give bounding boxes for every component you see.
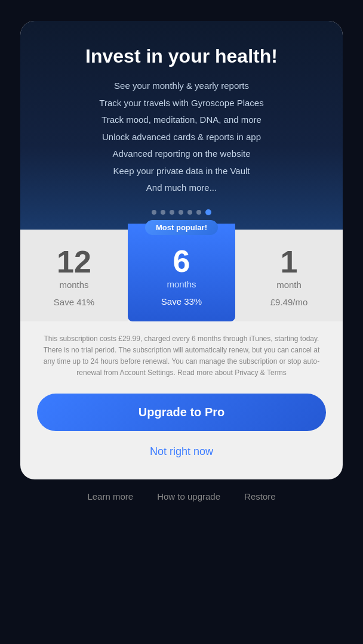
plan-12-number: 12	[57, 246, 91, 277]
plan-12-savings: Save 41%	[54, 297, 94, 307]
plan-6-savings: Save 33%	[161, 296, 202, 306]
plans-grid: 12 months Save 41% 6 months Save 33% 1 m…	[20, 230, 343, 321]
main-title: Invest in your health!	[85, 45, 278, 67]
carousel-dots	[152, 209, 211, 215]
how-to-upgrade-link[interactable]: How to upgrade	[157, 491, 220, 501]
feature-item: Keep your private data in the Vault	[99, 165, 263, 178]
dot-2	[161, 210, 165, 215]
dot-1	[152, 210, 156, 215]
feature-item: Advanced reporting on the website	[99, 147, 263, 161]
most-popular-badge: Most popular!	[145, 220, 218, 235]
plan-1-number: 1	[281, 246, 298, 277]
dot-7-active	[205, 209, 211, 215]
feature-item: See your monthly & yearly reports	[99, 79, 263, 93]
plan-1-unit: month	[276, 280, 302, 290]
not-now-button[interactable]: Not right now	[37, 438, 326, 465]
plan-12-months[interactable]: 12 months Save 41%	[20, 230, 128, 321]
modal-card: Invest in your health! See your monthly …	[20, 21, 343, 479]
upgrade-button[interactable]: Upgrade to Pro	[37, 394, 326, 431]
dot-5	[187, 210, 192, 215]
subscription-text: This subscription costs £29.99, charged …	[37, 333, 326, 379]
feature-item: Track your travels with Gyroscope Places	[99, 97, 263, 110]
feature-item: Track mood, meditation, DNA, and more	[99, 113, 263, 127]
plan-1-savings: £9.49/mo	[270, 297, 308, 307]
dot-4	[179, 210, 183, 215]
plan-1-month[interactable]: 1 month £9.49/mo	[235, 230, 343, 321]
dot-3	[170, 210, 174, 215]
plans-section: Most popular! 12 months Save 41% 6 month…	[20, 230, 343, 321]
subscription-info: This subscription costs £29.99, charged …	[20, 321, 343, 389]
dot-6	[196, 210, 201, 215]
plan-6-number: 6	[173, 246, 190, 277]
plan-6-months[interactable]: 6 months Save 33%	[128, 224, 235, 321]
plan-12-unit: months	[59, 280, 88, 290]
learn-more-link[interactable]: Learn more	[87, 491, 133, 501]
features-list: See your monthly & yearly reports Track …	[99, 79, 263, 195]
bottom-links: Learn more How to upgrade Restore	[0, 479, 363, 511]
feature-item: And much more...	[99, 181, 263, 195]
restore-link[interactable]: Restore	[244, 491, 276, 501]
plan-6-unit: months	[167, 279, 196, 289]
feature-item: Unlock advanced cards & reports in app	[99, 131, 263, 144]
top-section: Invest in your health! See your monthly …	[20, 21, 343, 230]
